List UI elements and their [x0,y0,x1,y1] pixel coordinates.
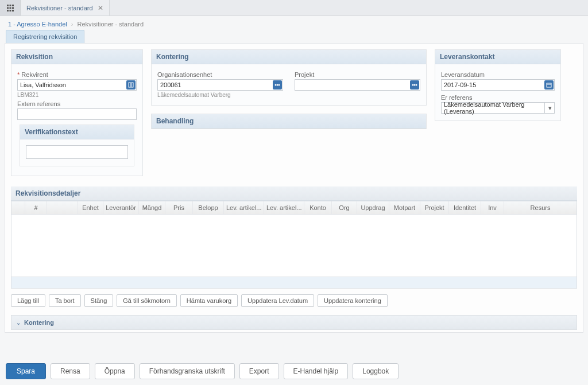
preview-button[interactable]: Förhandsgranska utskrift [140,363,235,379]
breadcrumb-sep: › [71,21,74,28]
chevron-down-icon[interactable]: ▾ [544,102,555,114]
open-button[interactable]: Öppna [95,363,135,379]
verif-textarea[interactable] [26,145,128,159]
col-inv[interactable]: Inv [481,201,504,214]
row-actions: Lägg till Ta bort Stäng Gå till sökmotor… [11,294,577,307]
col-leverantor[interactable]: Leverantör [103,201,139,214]
col-resurs[interactable]: Resurs [504,201,577,214]
collapsible-kontering[interactable]: ⌄ Kontering [11,315,577,330]
column-middle: Kontering Organisationsenhet Läkemedels [151,49,427,129]
label-org: Organisationsenhet [157,71,283,78]
projekt-input[interactable] [295,79,420,91]
label-extern: Extern referens [17,100,137,107]
export-button[interactable]: Export [239,363,279,379]
er-referens-value: Läkemedelsautomat Varberg (Leverans) [444,101,543,115]
save-button[interactable]: Spara [6,363,46,379]
cart-button[interactable]: Hämta varukorg [180,294,238,307]
breadcrumb-current: Rekvisitioner - standard [78,21,144,28]
panel-heading-kontering: Kontering [152,50,426,64]
col-uppdrag[interactable]: Uppdrag [357,201,389,214]
details-grid: # Enhet Leverantör Mängd Pris Belopp Lev… [11,201,577,289]
svg-point-17 [412,84,414,86]
svg-rect-4 [9,7,11,9]
col-mangd[interactable]: Mängd [139,201,165,214]
tab-rekvisitioner[interactable]: Rekvisitioner - standard ✕ [21,0,110,15]
panel-heading-verif: Verifikationstext [20,125,134,139]
panel-kontering: Kontering Organisationsenhet Läkemedels [151,49,427,106]
col-blank[interactable] [47,201,78,214]
log-button[interactable]: Loggbok [353,363,399,379]
er-referens-select[interactable]: Läkemedelsautomat Varberg (Leverans) [441,102,555,114]
col-motpart[interactable]: Motpart [389,201,420,214]
lookup-icon[interactable] [273,80,282,90]
panel-rekvisition: Rekvisition Rekvirent LBM321 Extern refe… [11,49,143,176]
close-button[interactable]: Stäng [84,294,114,307]
col-levart1[interactable]: Lev. artikel... [224,201,264,214]
svg-rect-7 [9,10,11,11]
panel-heading-behandling: Behandling [152,114,426,129]
svg-rect-6 [7,10,9,11]
breadcrumb-root[interactable]: 1 - Agresso E-handel [8,21,67,28]
col-enhet[interactable]: Enhet [78,201,103,214]
svg-rect-2 [12,5,14,6]
breadcrumb: 1 - Agresso E-handel › Rekvisitioner - s… [0,16,588,30]
tab-strip: Rekvisitioner - standard ✕ [0,0,588,16]
col-org[interactable]: Org [332,201,357,214]
label-projekt: Projekt [295,71,420,78]
remove-button[interactable]: Ta bort [49,294,81,307]
collapsible-label: Kontering [24,319,54,326]
col-pris[interactable]: Pris [165,201,193,214]
svg-point-13 [277,84,278,86]
leveransdatum-input[interactable] [441,79,555,91]
svg-rect-0 [7,5,9,6]
app-menu-button[interactable] [0,0,21,15]
add-button[interactable]: Lägg till [11,294,45,307]
grid-body[interactable] [11,215,577,277]
svg-rect-19 [547,83,551,87]
org-desc: Läkemedelsautomat Varberg [157,92,283,98]
svg-rect-5 [12,7,14,9]
clear-button[interactable]: Rensa [51,363,90,379]
org-input[interactable] [157,79,283,91]
svg-rect-1 [9,5,11,6]
extern-input[interactable] [17,108,137,120]
svg-point-14 [275,84,277,86]
col-belopp[interactable]: Belopp [193,201,224,214]
help-button[interactable]: E-Handel hjälp [284,363,349,379]
panel-heading-rekvisition: Rekvisition [11,50,142,64]
rekvirent-code: LBM321 [17,92,137,98]
col-konto[interactable]: Konto [304,201,332,214]
col-identitet[interactable]: Identitet [449,201,481,214]
panel-leverans: Leveranskontakt Leveransdatum Er referen… [435,49,561,121]
col-num[interactable]: # [25,201,47,214]
label-rekvirent: Rekvirent [17,71,137,78]
grid-icon [6,4,14,12]
panel-heading-details: Rekvisitionsdetaljer [11,186,577,201]
calendar-icon[interactable] [544,80,554,90]
panel-verifikationstext: Verifikationstext [20,125,134,166]
svg-point-16 [414,84,416,86]
close-icon[interactable]: ✕ [98,4,103,12]
search-button[interactable]: Gå till sökmotorn [117,294,177,307]
label-er-referens: Er referens [441,94,555,101]
grid-header: # Enhet Leverantör Mängd Pris Belopp Lev… [11,201,577,215]
svg-rect-3 [7,7,9,9]
col-levart2[interactable]: Lev. artikel... [264,201,304,214]
lookup-icon[interactable] [410,80,419,90]
panel-details: Rekvisitionsdetaljer # Enhet Leverantör … [11,186,577,330]
tab-registrering[interactable]: Registrering rekvisition [6,30,84,43]
grid-footer [11,277,577,288]
svg-point-18 [416,84,417,86]
label-leveransdatum: Leveransdatum [441,71,555,78]
update-date-button[interactable]: Uppdatera Lev.datum [241,294,314,307]
inner-tabs: Registrering rekvisition [0,30,588,43]
lookup-icon[interactable] [126,80,136,90]
panel-heading-leverans: Leveranskontakt [435,50,560,64]
rekvirent-input[interactable] [17,79,137,91]
update-kontering-button[interactable]: Uppdatera kontering [318,294,388,307]
col-projekt[interactable]: Projekt [420,201,449,214]
grid-header-checkbox[interactable] [11,201,25,214]
content-area: Rekvisition Rekvirent LBM321 Extern refe… [5,43,583,333]
chevron-down-icon: ⌄ [16,320,21,326]
svg-point-15 [278,84,280,86]
